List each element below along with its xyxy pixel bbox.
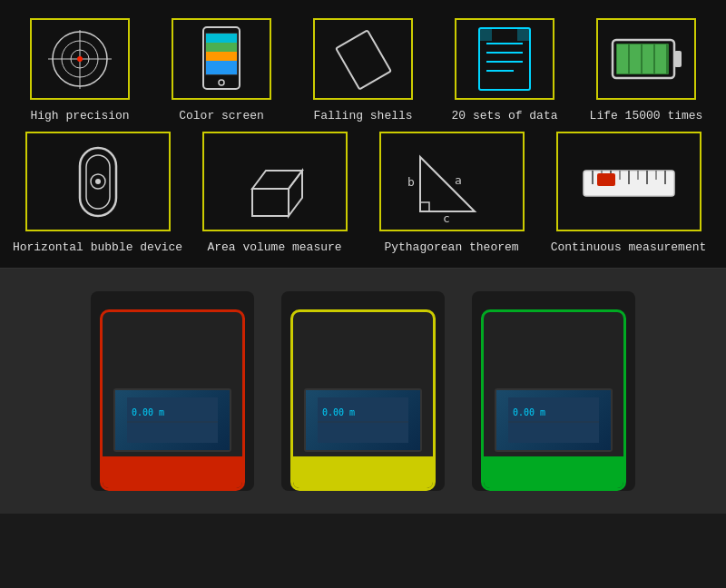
feature-bubble: Horizontal bubble device bbox=[16, 132, 180, 254]
svg-text:a: a bbox=[455, 173, 462, 187]
svg-marker-37 bbox=[420, 157, 475, 211]
device-stripe-green bbox=[484, 456, 623, 488]
svg-text:0.00 m: 0.00 m bbox=[513, 407, 545, 417]
label-high-precision: High precision bbox=[30, 109, 129, 122]
svg-rect-13 bbox=[336, 30, 391, 89]
label-20-sets: 20 sets of data bbox=[451, 109, 557, 122]
feature-pythagorean: b c a Pythagorean theorem bbox=[370, 132, 534, 254]
icon-box-color-screen bbox=[172, 18, 271, 100]
label-continuous: Continuous measurement bbox=[551, 240, 707, 254]
device-screen-inner-green: 0.00 m bbox=[496, 390, 611, 450]
device-screen-red: 0.00 m bbox=[113, 388, 231, 452]
device-red: 0.00 m bbox=[91, 291, 254, 491]
label-life-15000: Life 15000 times bbox=[590, 109, 703, 122]
icon-box-20-sets bbox=[455, 18, 554, 100]
feature-20-sets: 20 sets of data bbox=[441, 18, 568, 122]
feature-continuous: Continuous measurement bbox=[547, 132, 711, 254]
icon-box-life-15000 bbox=[596, 18, 696, 100]
device-screen-inner-yellow: 0.00 m bbox=[306, 390, 420, 450]
svg-text:c: c bbox=[443, 211, 450, 225]
svg-rect-38 bbox=[420, 202, 429, 211]
device-screen-yellow: 0.00 m bbox=[304, 388, 422, 452]
icon-box-pythagorean: b c a bbox=[379, 132, 525, 231]
features-row-2: Horizontal bubble device Area volume mea… bbox=[9, 132, 717, 254]
device-screen-green: 0.00 m bbox=[495, 388, 613, 452]
svg-text:0.00 m: 0.00 m bbox=[132, 407, 164, 417]
label-area-volume: Area volume measure bbox=[207, 240, 341, 254]
svg-rect-20 bbox=[517, 28, 530, 41]
svg-point-33 bbox=[95, 179, 101, 184]
feature-falling-shells: Falling shells bbox=[299, 18, 427, 122]
device-screen-inner-red: 0.00 m bbox=[115, 390, 230, 450]
device-green: 0.00 m bbox=[472, 291, 635, 491]
label-bubble: Horizontal bubble device bbox=[13, 240, 182, 254]
icon-box-high-precision bbox=[30, 18, 130, 100]
svg-rect-22 bbox=[674, 51, 682, 67]
svg-text:b: b bbox=[407, 175, 415, 189]
top-section: High precision Color scre bbox=[0, 0, 726, 269]
svg-rect-53 bbox=[127, 397, 218, 443]
feature-life-15000: Life 15000 times bbox=[583, 18, 710, 122]
label-falling-shells: Falling shells bbox=[313, 109, 412, 122]
svg-rect-9 bbox=[206, 43, 237, 52]
device-body-red: 0.00 m bbox=[100, 309, 245, 491]
label-pythagorean: Pythagorean theorem bbox=[384, 240, 518, 254]
icon-box-bubble bbox=[25, 132, 171, 231]
svg-rect-19 bbox=[479, 28, 492, 41]
svg-point-5 bbox=[77, 56, 83, 62]
icon-box-area-volume bbox=[202, 132, 348, 231]
svg-marker-36 bbox=[289, 171, 302, 216]
svg-rect-56 bbox=[318, 397, 408, 443]
svg-rect-52 bbox=[597, 173, 615, 186]
icon-box-continuous bbox=[556, 132, 701, 231]
svg-text:0.00 m: 0.00 m bbox=[322, 407, 355, 417]
svg-rect-26 bbox=[617, 44, 628, 74]
svg-marker-34 bbox=[252, 189, 289, 216]
device-body-yellow: 0.00 m bbox=[290, 309, 436, 491]
feature-high-precision: High precision bbox=[16, 18, 143, 122]
features-row-1: High precision Color scre bbox=[9, 18, 717, 122]
device-stripe-red bbox=[103, 456, 242, 488]
feature-area-volume: Area volume measure bbox=[193, 132, 357, 254]
device-yellow: 0.00 m bbox=[281, 291, 445, 491]
icon-box-falling-shells bbox=[313, 18, 413, 100]
svg-rect-11 bbox=[206, 61, 237, 74]
svg-rect-59 bbox=[508, 397, 599, 443]
bottom-section: 0.00 m 0.00 m bbox=[0, 269, 726, 514]
svg-rect-10 bbox=[206, 52, 237, 61]
device-stripe-yellow bbox=[293, 456, 433, 488]
svg-rect-28 bbox=[643, 44, 653, 74]
svg-point-12 bbox=[219, 80, 224, 85]
device-body-green: 0.00 m bbox=[481, 309, 626, 491]
svg-rect-8 bbox=[206, 34, 237, 43]
svg-rect-27 bbox=[630, 44, 641, 74]
svg-rect-29 bbox=[655, 44, 666, 74]
feature-color-screen: Color screen bbox=[158, 18, 285, 122]
label-color-screen: Color screen bbox=[179, 109, 264, 122]
